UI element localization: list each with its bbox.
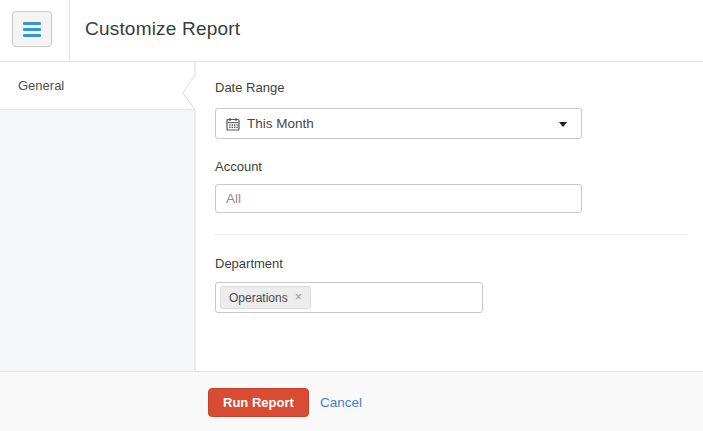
- department-input[interactable]: Operations ×: [215, 282, 483, 313]
- page-title: Customize Report: [85, 18, 240, 40]
- sidebar: General: [0, 62, 195, 371]
- section-divider: [215, 234, 688, 235]
- caret-down-icon: [559, 122, 567, 127]
- department-label: Department: [215, 256, 283, 271]
- cancel-link[interactable]: Cancel: [320, 395, 362, 410]
- customize-report-page: Customize Report General Date Range: [0, 0, 703, 431]
- date-range-label: Date Range: [215, 80, 284, 95]
- header: Customize Report: [0, 0, 703, 62]
- date-range-select[interactable]: This Month: [215, 108, 582, 139]
- sidebar-item-label: General: [18, 78, 64, 93]
- date-range-value: This Month: [247, 116, 314, 131]
- account-label: Account: [215, 159, 262, 174]
- hamburger-icon: [23, 22, 41, 37]
- run-report-button[interactable]: Run Report: [208, 388, 309, 417]
- header-divider: [69, 0, 70, 61]
- calendar-icon: [226, 117, 240, 131]
- body: General Date Range: [0, 62, 703, 371]
- sidebar-item-general[interactable]: General: [0, 62, 195, 110]
- account-input[interactable]: All: [215, 184, 582, 213]
- menu-button[interactable]: [12, 11, 52, 47]
- account-value: All: [226, 191, 241, 206]
- form-panel: Date Range This Month: [196, 62, 703, 371]
- remove-tag-icon[interactable]: ×: [295, 291, 302, 304]
- department-tag-label: Operations: [229, 291, 288, 305]
- department-tag[interactable]: Operations ×: [220, 286, 311, 309]
- footer: Run Report Cancel: [0, 371, 703, 431]
